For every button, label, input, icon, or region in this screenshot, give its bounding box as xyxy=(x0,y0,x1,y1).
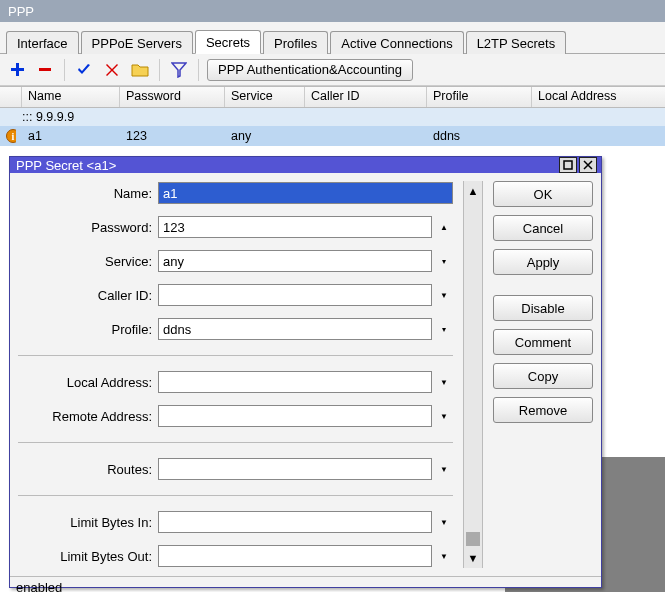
ok-button[interactable]: OK xyxy=(493,181,593,207)
tab-interface[interactable]: Interface xyxy=(6,31,79,54)
local-dropdown[interactable]: ▼ xyxy=(435,371,453,393)
down-arrow-icon: ▼ xyxy=(435,511,453,533)
toolbar: PPP Authentication&Accounting xyxy=(0,54,665,86)
separator xyxy=(18,442,453,443)
limit-bytes-in-input[interactable] xyxy=(158,511,432,533)
cancel-button[interactable]: Cancel xyxy=(493,215,593,241)
dropdown-arrow-icon: ▾ xyxy=(435,318,453,340)
caller-input[interactable] xyxy=(158,284,432,306)
dialog-status: enabled xyxy=(10,576,601,592)
enable-button[interactable] xyxy=(73,59,95,81)
caller-label: Caller ID: xyxy=(18,288,158,303)
dialog-titlebar[interactable]: PPP Secret <a1> xyxy=(10,157,601,173)
col-password[interactable]: Password xyxy=(120,87,225,107)
close-icon xyxy=(583,160,593,170)
comment-button[interactable]: Comment xyxy=(493,329,593,355)
remote-dropdown[interactable]: ▼ xyxy=(435,405,453,427)
remote-addr-input[interactable] xyxy=(158,405,432,427)
service-dropdown[interactable]: ▾ xyxy=(435,250,453,272)
lbo-label: Limit Bytes Out: xyxy=(18,549,158,564)
add-button[interactable] xyxy=(6,59,28,81)
plus-icon xyxy=(9,62,25,78)
profile-label: Profile: xyxy=(18,322,158,337)
tab-pppoe-servers[interactable]: PPPoE Servers xyxy=(81,31,193,54)
limit-bytes-out-input[interactable] xyxy=(158,545,432,567)
routes-dropdown[interactable]: ▼ xyxy=(435,458,453,480)
name-input[interactable] xyxy=(158,182,453,204)
cell-password: 123 xyxy=(120,129,225,143)
routes-label: Routes: xyxy=(18,462,158,477)
separator xyxy=(64,59,65,81)
col-service[interactable]: Service xyxy=(225,87,305,107)
comment-button[interactable] xyxy=(129,59,151,81)
disable-button[interactable]: Disable xyxy=(493,295,593,321)
remove-button[interactable] xyxy=(34,59,56,81)
col-caller-id[interactable]: Caller ID xyxy=(305,87,427,107)
close-button[interactable] xyxy=(579,157,597,173)
col-name[interactable]: Name xyxy=(22,87,120,107)
down-arrow-icon: ▼ xyxy=(435,458,453,480)
name-label: Name: xyxy=(18,186,158,201)
caller-dropdown[interactable]: ▼ xyxy=(435,284,453,306)
grid-group[interactable]: ::: 9.9.9.9 xyxy=(0,108,665,126)
routes-input[interactable] xyxy=(158,458,432,480)
copy-button[interactable]: Copy xyxy=(493,363,593,389)
col-profile[interactable]: Profile xyxy=(427,87,532,107)
dropdown-arrow-icon: ▾ xyxy=(435,250,453,272)
dialog-title-text: PPP Secret <a1> xyxy=(16,158,116,173)
down-arrow-icon: ▼ xyxy=(435,405,453,427)
password-label: Password: xyxy=(18,220,158,235)
apply-button[interactable]: Apply xyxy=(493,249,593,275)
lbi-dropdown[interactable]: ▼ xyxy=(435,511,453,533)
tab-bar: Interface PPPoE Servers Secrets Profiles… xyxy=(0,22,665,54)
funnel-icon xyxy=(171,62,187,78)
row-info-icon: i xyxy=(0,129,22,143)
down-arrow-icon: ▼ xyxy=(435,545,453,567)
scroll-down-icon[interactable]: ▼ xyxy=(465,550,481,566)
up-arrow-icon: ▲ xyxy=(435,216,453,238)
lbo-dropdown[interactable]: ▼ xyxy=(435,545,453,567)
filter-button[interactable] xyxy=(168,59,190,81)
ppp-auth-button[interactable]: PPP Authentication&Accounting xyxy=(207,59,413,81)
scrollbar-thumb[interactable] xyxy=(466,532,480,546)
square-icon xyxy=(563,160,573,170)
separator xyxy=(18,355,453,356)
cell-profile: ddns xyxy=(427,129,532,143)
separator xyxy=(18,495,453,496)
scroll-up-icon[interactable]: ▲ xyxy=(465,183,481,199)
maximize-button[interactable] xyxy=(559,157,577,173)
check-icon xyxy=(76,62,92,78)
disable-button[interactable] xyxy=(101,59,123,81)
vertical-scrollbar[interactable]: ▲ ▼ xyxy=(463,181,483,568)
profile-select[interactable] xyxy=(158,318,432,340)
tab-profiles[interactable]: Profiles xyxy=(263,31,328,54)
tab-secrets[interactable]: Secrets xyxy=(195,30,261,54)
window-title: PPP xyxy=(0,0,665,22)
down-arrow-icon: ▼ xyxy=(435,284,453,306)
table-row[interactable]: i a1 123 any ddns xyxy=(0,126,665,146)
ppp-secret-dialog: PPP Secret <a1> Name: Password: ▲ Servic… xyxy=(9,156,602,588)
local-addr-input[interactable] xyxy=(158,371,432,393)
tab-active-connections[interactable]: Active Connections xyxy=(330,31,463,54)
col-icon[interactable] xyxy=(0,87,22,107)
grid-header: Name Password Service Caller ID Profile … xyxy=(0,86,665,108)
svg-rect-3 xyxy=(564,161,572,169)
service-label: Service: xyxy=(18,254,158,269)
profile-dropdown[interactable]: ▾ xyxy=(435,318,453,340)
cell-service: any xyxy=(225,129,305,143)
separator xyxy=(198,59,199,81)
button-column: OK Cancel Apply Disable Comment Copy Rem… xyxy=(493,181,593,568)
password-clear[interactable]: ▲ xyxy=(435,216,453,238)
lbi-label: Limit Bytes In: xyxy=(18,515,158,530)
password-input[interactable] xyxy=(158,216,432,238)
form-column: Name: Password: ▲ Service: ▾ Caller ID: … xyxy=(18,181,453,568)
col-local-address[interactable]: Local Address xyxy=(532,87,662,107)
service-select[interactable] xyxy=(158,250,432,272)
tab-l2tp-secrets[interactable]: L2TP Secrets xyxy=(466,31,567,54)
svg-rect-0 xyxy=(39,68,51,71)
down-arrow-icon: ▼ xyxy=(435,371,453,393)
remove-button[interactable]: Remove xyxy=(493,397,593,423)
separator xyxy=(159,59,160,81)
x-icon xyxy=(104,62,120,78)
local-addr-label: Local Address: xyxy=(18,375,158,390)
